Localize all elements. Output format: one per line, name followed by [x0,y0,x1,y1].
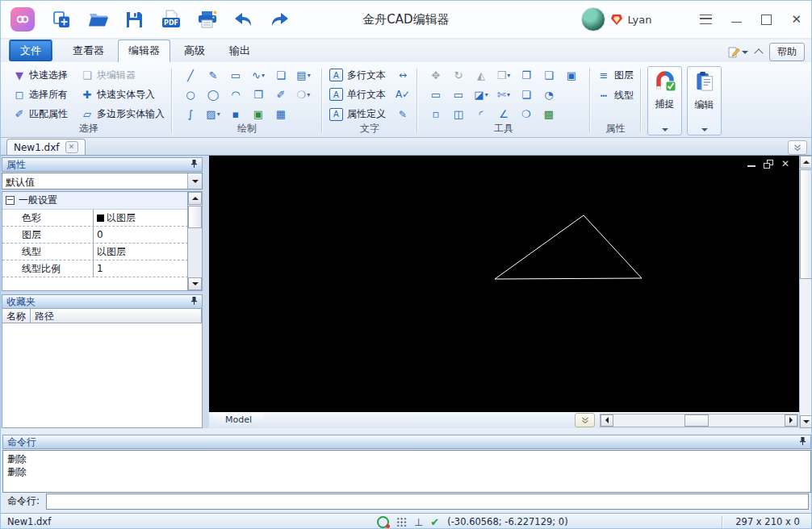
preset-dropdown[interactable]: 默认值 [2,173,203,190]
ribbon-tab[interactable]: 编辑器 [118,40,170,63]
hatch-icon[interactable]: ▨ [202,106,224,123]
rectangle-icon[interactable]: ▭ [224,66,247,84]
scrollbar-thumb[interactable] [800,169,812,279]
command-input[interactable] [46,494,809,510]
help-button[interactable]: 帮助 [769,43,805,61]
ribbon-tab[interactable]: 查看器 [62,40,115,62]
scrollbar-thumb[interactable] [684,414,709,427]
arc-icon[interactable]: ◠ [224,85,247,103]
scroll-up-icon[interactable] [188,192,202,205]
column-header[interactable]: 名称 [2,309,31,323]
ribbon-command[interactable]: ✐ 匹配属性 [13,104,68,123]
insert-block-icon[interactable]: ❏ [270,66,292,84]
ribbon-tab[interactable]: 文件 [9,40,52,61]
property-row[interactable]: 图层 0 [2,227,188,244]
move-icon[interactable]: ✥ [425,66,447,84]
polyline-icon[interactable]: ∿ [247,66,270,84]
property-row[interactable]: 色彩 以图层 [2,210,188,227]
user-avatar[interactable] [581,7,605,31]
redo-icon[interactable] [269,9,291,31]
ellipse-icon[interactable]: ◯ [202,85,224,103]
horizontal-scrollbar[interactable] [600,414,798,427]
new-file-icon[interactable] [51,9,73,31]
delete-icon[interactable]: ◪ [470,85,492,103]
copy-icon[interactable]: ❐ [515,66,538,84]
osnap-toggle-icon[interactable]: ✔ [430,517,439,527]
trim-icon[interactable]: ✄ [492,85,515,103]
mdi-minimize-icon[interactable] [747,165,755,167]
scroll-down-icon[interactable] [800,415,812,428]
pen-icon[interactable]: ✐ [270,85,292,103]
text-scale-icon[interactable]: ↔ [396,65,410,85]
stretch-icon[interactable]: ◫ [447,106,470,123]
expand-panel-button[interactable] [788,140,807,155]
collapse-icon[interactable] [6,196,15,205]
copy-nested-icon[interactable]: ❏ [515,85,538,103]
pin-icon[interactable] [190,159,198,171]
fillet-icon[interactable]: ◜ [470,106,492,123]
property-row[interactable]: 线型比例 1 [2,260,188,277]
ribbon-command[interactable]: ┅ 线型 [597,85,634,106]
ribbon-command[interactable]: ◻ 选择所有 [13,85,68,104]
explode-icon[interactable]: ❍ [515,106,538,123]
freehand-icon[interactable]: ✎ [202,66,224,84]
undo-icon[interactable] [232,9,254,31]
mdi-close-icon[interactable]: ✕ [781,159,789,169]
model-tab[interactable]: Model [211,413,266,427]
scrollbar-thumb[interactable] [188,206,202,228]
point-icon[interactable]: ▪ [224,106,247,123]
circle-icon[interactable]: ○ [179,85,202,103]
ribbon-command[interactable]: ✚ 快速实体导入 [81,85,165,104]
ortho-toggle-icon[interactable]: ⊥ [414,517,423,527]
drawing-canvas[interactable]: ✕ [209,156,799,412]
print-icon[interactable] [196,9,218,31]
vertical-scrollbar[interactable] [799,156,812,428]
dropdown-arrow-icon[interactable] [187,173,202,189]
save-icon[interactable] [123,9,145,31]
block-ref-icon[interactable]: ❐ [247,85,270,103]
column-header[interactable]: 路径 [31,309,202,323]
annotate-icon[interactable] [727,46,748,59]
collapse-ribbon-icon[interactable] [754,48,763,57]
export-pdf-icon[interactable]: PDF [160,9,182,31]
clip-icon[interactable]: ▤ [292,66,315,84]
paste-as-block-icon[interactable]: ▭ [447,85,470,103]
ribbon-command[interactable]: ≡ 图层 [597,65,634,85]
close-document-icon[interactable]: ✕ [65,141,78,153]
scroll-down-icon[interactable] [188,277,202,290]
table-icon[interactable]: ▦ [270,106,292,123]
ribbon-tab[interactable]: 高级 [174,40,216,62]
snap-button[interactable]: 捕捉 [647,66,682,135]
ribbon-command[interactable]: ▼ 快速选择 [13,65,68,85]
rotate-icon[interactable]: ↻ [447,66,470,84]
mdi-restore-icon[interactable] [764,160,773,169]
spline-icon[interactable]: ∫ [179,106,202,123]
property-group-header[interactable]: 一般设置 [2,192,188,210]
ribbon-command[interactable]: A 多行文本 [329,65,386,85]
snap-toggle-icon[interactable] [377,516,389,528]
line-icon[interactable]: ╱ [179,66,202,84]
ribbon-command[interactable]: ❑ 块编辑器 [81,65,165,85]
document-tab[interactable]: New1.dxf ✕ [6,139,86,155]
mirror-icon[interactable]: ◭ [470,66,492,84]
maximize-icon[interactable] [761,15,772,25]
ribbon-tab[interactable]: 输出 [219,40,261,62]
close-icon[interactable]: ✕ [791,14,802,26]
add-group-icon[interactable]: ▩ [538,106,560,123]
image-icon[interactable]: ▣ [247,106,270,123]
menu-icon[interactable] [700,15,712,24]
scroll-right-icon[interactable] [785,414,797,427]
grid-toggle-icon[interactable] [396,517,407,527]
scale-icon[interactable]: ▫ [425,106,447,123]
paste-icon[interactable]: ▭ [425,85,447,103]
open-folder-icon[interactable] [87,9,109,31]
favorites-list[interactable] [2,323,203,428]
region-icon[interactable]: ❍ [292,85,315,103]
scroll-left-icon[interactable] [601,414,613,427]
clock-icon[interactable]: ◔ [538,85,560,103]
check-spelling-icon[interactable]: A✓ [396,85,410,104]
command-history[interactable]: 删除删除 [2,450,811,493]
chamfer-icon[interactable]: ∠ [492,106,515,123]
ribbon-command[interactable]: A 单行文本 [329,85,386,104]
user-name[interactable]: Lyan [627,14,651,26]
